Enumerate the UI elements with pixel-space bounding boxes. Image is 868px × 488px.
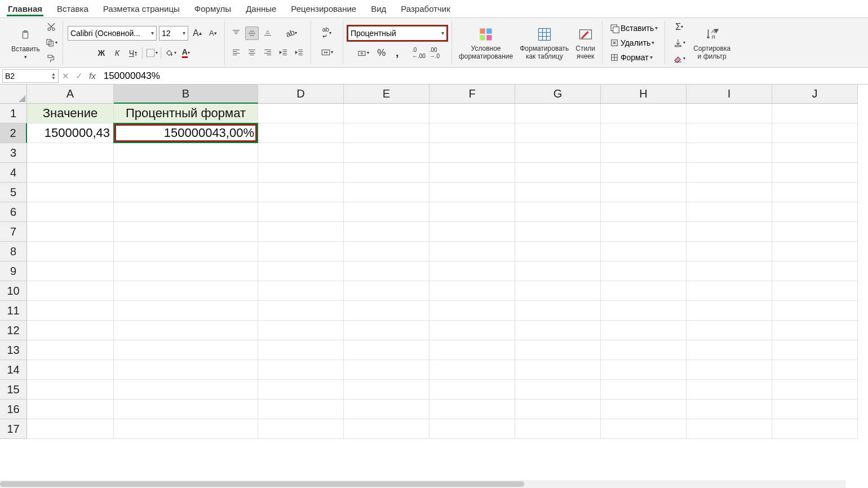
cell-B4[interactable] [114,163,258,183]
cell-B10[interactable] [114,281,258,301]
cell-B15[interactable] [114,380,258,400]
cell-B17[interactable] [114,419,258,439]
select-all-corner[interactable] [0,85,27,104]
cell-I12[interactable] [687,321,772,340]
cell-I17[interactable] [687,419,772,439]
cell-D1[interactable] [258,104,344,123]
cell-J9[interactable] [772,261,858,281]
sort-filter-button[interactable]: АЯ Сортировка и фильтр [691,24,733,61]
row-header-3[interactable]: 3 [0,143,27,163]
col-header-D[interactable]: D [258,85,344,104]
accept-formula-icon[interactable]: ✓ [72,71,86,81]
align-left-icon[interactable] [229,46,243,59]
cell-E15[interactable] [344,380,429,400]
cell-E4[interactable] [344,163,429,183]
row-header-1[interactable]: 1 [0,104,27,123]
decrease-decimal-icon[interactable]: .00→.0 [428,46,441,60]
cell-D17[interactable] [258,419,344,439]
cell-D12[interactable] [258,321,344,340]
cell-E11[interactable] [344,301,429,321]
cell-A6[interactable] [27,202,114,222]
italic-button[interactable]: К [110,46,124,60]
cell-H1[interactable] [601,104,687,123]
copy-button[interactable]: ▾ [45,36,58,50]
cell-D16[interactable] [258,400,344,419]
cell-F12[interactable] [429,321,515,340]
cell-B2[interactable]: 150000043,00% [114,123,258,143]
tab-pagelayout[interactable]: Разметка страницы [102,1,181,16]
cell-G9[interactable] [515,261,601,281]
conditional-format-button[interactable]: Условное форматирование [457,24,515,61]
cell-D14[interactable] [258,360,344,380]
cell-I4[interactable] [687,163,772,183]
cell-H17[interactable] [601,419,687,439]
cancel-formula-icon[interactable]: ✕ [59,71,72,81]
cell-D9[interactable] [258,261,344,281]
insert-cells-button[interactable]: Вставить▾ [607,22,660,34]
cell-I10[interactable] [687,281,772,301]
font-color-button[interactable]: А▾ [179,46,193,60]
cell-F9[interactable] [429,261,515,281]
row-header-4[interactable]: 4 [0,163,27,183]
cell-D7[interactable] [258,222,344,242]
cell-A8[interactable] [27,242,114,261]
cell-B5[interactable] [114,183,258,202]
cell-J14[interactable] [772,360,858,380]
cell-A9[interactable] [27,261,114,281]
underline-button[interactable]: Ч▾ [126,46,140,60]
cell-H13[interactable] [601,340,687,360]
scroll-thumb[interactable] [0,481,524,487]
cell-G10[interactable] [515,281,601,301]
cell-H14[interactable] [601,360,687,380]
borders-button[interactable]: ▾ [145,46,158,60]
cell-E10[interactable] [344,281,429,301]
name-box[interactable]: B2 ▲▼ [2,69,59,83]
cell-A16[interactable] [27,400,114,419]
cell-J7[interactable] [772,222,858,242]
cell-J5[interactable] [772,183,858,202]
cell-E16[interactable] [344,400,429,419]
cell-E17[interactable] [344,419,429,439]
cell-G13[interactable] [515,340,601,360]
col-header-I[interactable]: I [687,85,772,104]
cell-G2[interactable] [515,123,601,143]
cell-B3[interactable] [114,143,258,163]
align-middle-icon[interactable] [245,26,259,40]
cell-I6[interactable] [687,202,772,222]
cell-F16[interactable] [429,400,515,419]
delete-cells-button[interactable]: Удалить▾ [607,37,657,49]
cell-H4[interactable] [601,163,687,183]
comma-button[interactable]: , [391,46,404,60]
cell-I13[interactable] [687,340,772,360]
cell-D2[interactable] [258,123,344,143]
fill-color-button[interactable]: ▾ [163,46,177,60]
format-cells-button[interactable]: Формат▾ [607,51,655,64]
cell-A1[interactable]: Значение [27,104,114,123]
cell-A15[interactable] [27,380,114,400]
cell-D4[interactable] [258,163,344,183]
tab-home[interactable]: Главная [7,1,43,16]
cell-E6[interactable] [344,202,429,222]
cell-H12[interactable] [601,321,687,340]
row-header-8[interactable]: 8 [0,242,27,261]
percent-button[interactable]: % [375,46,388,60]
cell-E5[interactable] [344,183,429,202]
cell-B12[interactable] [114,321,258,340]
cell-D6[interactable] [258,202,344,222]
cell-J4[interactable] [772,163,858,183]
cell-D3[interactable] [258,143,344,163]
cell-A10[interactable] [27,281,114,301]
cell-H2[interactable] [601,123,687,143]
cell-styles-button[interactable]: Стили ячеек [573,24,597,61]
cell-E12[interactable] [344,321,429,340]
row-header-6[interactable]: 6 [0,202,27,222]
increase-decimal-icon[interactable]: .0←.00 [412,46,426,60]
cell-I8[interactable] [687,242,772,261]
cell-B6[interactable] [114,202,258,222]
cell-A11[interactable] [27,301,114,321]
cell-H8[interactable] [601,242,687,261]
cell-E2[interactable] [344,123,429,143]
cell-A12[interactable] [27,321,114,340]
cell-J17[interactable] [772,419,858,439]
cell-J15[interactable] [772,380,858,400]
